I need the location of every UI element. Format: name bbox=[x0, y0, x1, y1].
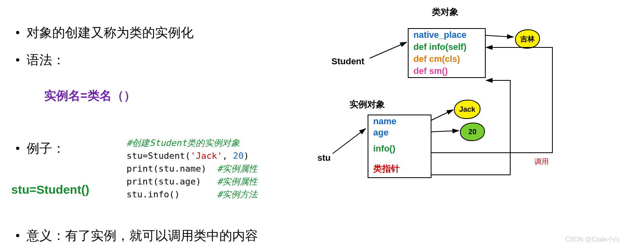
code-print-age: print(stu.age) bbox=[127, 176, 201, 186]
code-print-name: print(stu.name) bbox=[127, 164, 206, 174]
bullet-1: 对象的创建又称为类的实例化 bbox=[16, 24, 194, 42]
bullet-2: 语法： bbox=[16, 51, 65, 69]
code-cmt-5: #实例方法 bbox=[217, 189, 258, 199]
code-cmt-3: #实例属性 bbox=[217, 164, 258, 174]
bullet-dot bbox=[16, 234, 19, 237]
svg-line-0 bbox=[370, 42, 407, 58]
arrows-layer bbox=[317, 4, 635, 197]
bullet-3: 例子： bbox=[16, 140, 65, 158]
bullet-4-text: 意义：有了实例，就可以调用类中的内容 bbox=[27, 228, 258, 243]
svg-line-2 bbox=[431, 110, 453, 121]
code-stu-info: stu.info() bbox=[127, 189, 180, 199]
diagram: 类对象 实例对象 Student stu native_place def in… bbox=[317, 4, 635, 197]
bullet-1-text: 对象的创建又称为类的实例化 bbox=[27, 25, 194, 40]
svg-line-4 bbox=[485, 35, 513, 37]
code-cmt-4: #实例属性 bbox=[217, 176, 258, 186]
bullet-dot bbox=[16, 31, 19, 34]
code-comment-1: #创建Student类的实例对象 bbox=[127, 138, 240, 148]
code-sep: , bbox=[222, 151, 233, 161]
bullet-4: 意义：有了实例，就可以调用类中的内容 bbox=[16, 227, 258, 245]
bullet-dot bbox=[16, 58, 19, 61]
student-call: stu=Student() bbox=[11, 183, 89, 197]
svg-line-1 bbox=[333, 129, 366, 154]
code-str-jack: 'Jack' bbox=[190, 151, 222, 161]
watermark: CSDN @Code小白 bbox=[565, 236, 620, 244]
svg-line-3 bbox=[431, 131, 459, 132]
page-root: 对象的创建又称为类的实例化 语法： 实例名=类名（） 例子： stu=Stude… bbox=[0, 0, 644, 250]
bullet-3-text: 例子： bbox=[27, 141, 65, 156]
code-num-20: 20 bbox=[233, 151, 244, 161]
syntax-line: 实例名=类名（） bbox=[44, 88, 136, 104]
code-close: ) bbox=[243, 151, 249, 161]
code-stu-assign: stu=Student( bbox=[127, 151, 190, 161]
code-block: #创建Student类的实例对象 stu=Student('Jack', 20)… bbox=[127, 137, 258, 201]
bullet-dot bbox=[16, 147, 19, 150]
bullet-2-text: 语法： bbox=[27, 53, 65, 67]
